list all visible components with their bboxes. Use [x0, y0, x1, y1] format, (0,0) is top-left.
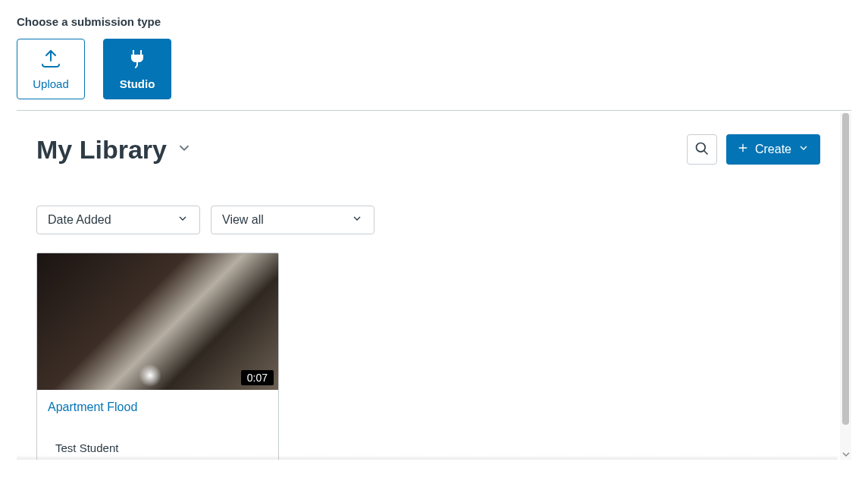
sort-select[interactable]: Date Added	[36, 206, 200, 234]
library-title-dropdown[interactable]: My Library	[36, 135, 193, 165]
search-icon	[694, 141, 710, 159]
svg-point-0	[696, 143, 705, 152]
submission-type-heading: Choose a submission type	[17, 15, 851, 28]
media-duration: 0:07	[241, 370, 274, 385]
scrollbar-down-button[interactable]	[840, 449, 851, 460]
filters-row: Date Added View all	[36, 206, 820, 234]
tab-studio[interactable]: Studio	[103, 39, 171, 99]
create-button[interactable]: Create	[726, 134, 820, 165]
submission-type-tabs: Upload Studio	[17, 39, 851, 99]
chevron-down-icon	[176, 140, 193, 159]
divider	[17, 110, 851, 111]
sort-select-label: Date Added	[48, 213, 111, 227]
chevron-down-icon	[797, 142, 810, 157]
view-filter-label: View all	[222, 213, 264, 227]
media-card[interactable]: 0:07 Apartment Flood Test Student	[36, 253, 279, 460]
page-title: My Library	[36, 135, 167, 165]
plug-icon	[127, 49, 148, 73]
media-title[interactable]: Apartment Flood	[48, 400, 268, 414]
tab-upload[interactable]: Upload	[17, 39, 85, 99]
chevron-down-icon	[177, 212, 189, 228]
scrollbar-thumb[interactable]	[842, 113, 849, 425]
scrollbar[interactable]	[840, 113, 851, 460]
plus-icon	[737, 142, 749, 157]
bottom-shadow	[17, 455, 838, 460]
media-grid: 0:07 Apartment Flood Test Student	[36, 253, 820, 460]
upload-icon	[39, 49, 63, 73]
tab-upload-label: Upload	[33, 77, 69, 90]
studio-embed-frame: My Library Create	[17, 113, 851, 460]
media-thumbnail[interactable]: 0:07	[37, 253, 278, 390]
media-author: Test Student	[48, 441, 268, 454]
chevron-down-icon	[351, 212, 363, 228]
view-filter-select[interactable]: View all	[211, 206, 374, 234]
search-button[interactable]	[687, 134, 717, 165]
tab-studio-label: Studio	[120, 77, 155, 90]
create-button-label: Create	[755, 143, 791, 156]
library-header: My Library Create	[36, 134, 820, 165]
